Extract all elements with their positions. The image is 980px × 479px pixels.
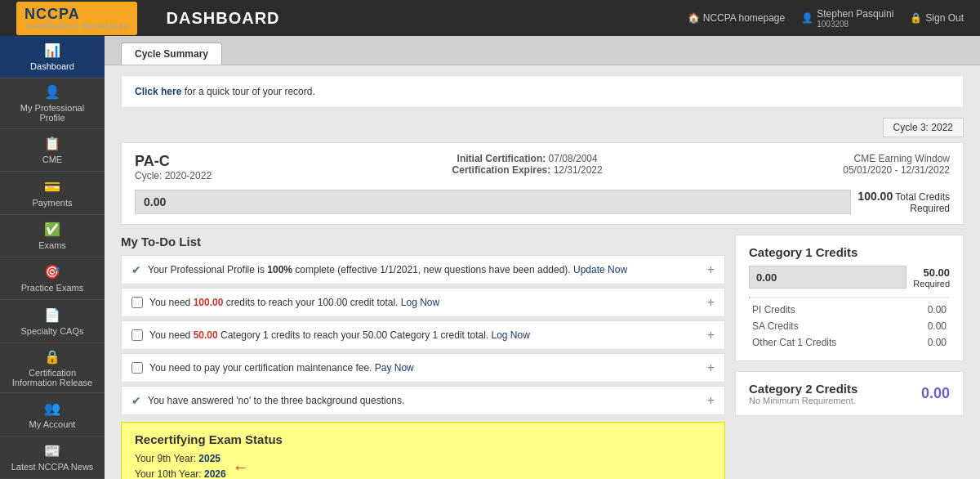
logo-box: NCCPA Certification Excellence (16, 2, 137, 35)
table-row: SA Credits 0.00 (749, 318, 950, 334)
user-link[interactable]: 👤 Stephen Pasquini 1003208 (801, 8, 893, 29)
cme-icon: 📋 (44, 136, 60, 151)
table-row: PI Credits 0.00 (749, 302, 950, 318)
expand-icon-0[interactable]: + (707, 262, 715, 277)
sidebar-item-certification[interactable]: 🔒 Certification Information Release (0, 343, 105, 394)
content-area: Cycle Summary Click here for a quick tou… (105, 36, 980, 479)
pac-info: PA-C Cycle: 2020-2022 (135, 153, 212, 181)
cat1-required: 50.00 Required (913, 266, 950, 289)
account-icon: 👥 (44, 401, 60, 416)
sidebar-item-specialty[interactable]: 📄 Specialty CAQs (0, 300, 105, 342)
pac-title: PA-C (135, 153, 212, 170)
progress-value: 0.00 (144, 195, 166, 208)
homepage-link[interactable]: 🏠 NCCPA homepage (688, 12, 786, 24)
cat1-progress: 0.00 50.00 Required (749, 266, 950, 289)
exam-status-box: Recertifying Exam Status Your 9th Year: … (121, 422, 725, 479)
practice-icon: 🎯 (44, 264, 60, 280)
cat2-value: 0.00 (921, 385, 950, 402)
sidebar-item-account[interactable]: 👥 My Account (0, 393, 105, 436)
top-header: NCCPA Certification Excellence DASHBOARD… (0, 0, 980, 36)
pac-cme-info: CME Earning Window 05/01/2020 - 12/31/20… (843, 153, 950, 176)
cat2-title: Category 2 Credits (749, 382, 858, 396)
specialty-icon: 📄 (44, 307, 60, 323)
progress-total: 100.00 Total Credits Required (858, 190, 950, 214)
cat1-card: Category 1 Credits 0.00 50.00 Required (735, 235, 964, 361)
log-now-link-1[interactable]: Log Now (401, 297, 439, 308)
main-layout: 📊 Dashboard 👤 My Professional Profile 📋 … (0, 36, 980, 479)
log-now-link-2[interactable]: Log Now (492, 329, 530, 341)
certification-icon: 🔒 (44, 349, 60, 365)
exam-year-9: Your 9th Year: 2025 (135, 451, 226, 467)
cat1-table: PI Credits 0.00 SA Credits 0.00 Other Ca… (749, 302, 950, 351)
logo-text: NCCPA (24, 6, 80, 22)
two-col-layout: My To-Do List ✔ Your Professional Profil… (121, 235, 964, 479)
expand-icon-4[interactable]: + (707, 393, 715, 408)
sidebar-item-dashboard[interactable]: 📊 Dashboard (0, 36, 105, 78)
update-now-link[interactable]: Update Now (573, 264, 627, 275)
checkbox-2[interactable] (131, 329, 143, 341)
payments-icon: 💳 (44, 179, 60, 195)
cycle-selector: Cycle 3: 2022 (121, 118, 964, 137)
user-name: Stephen Pasquini 1003208 (817, 8, 893, 29)
user-icon: 👤 (801, 12, 813, 24)
logo: NCCPA Certification Excellence (16, 2, 137, 35)
exams-icon: ✅ (44, 222, 60, 237)
todo-item-2: You need 50.00 Category 1 credits to rea… (121, 320, 725, 350)
content-body: Click here for a quick tour of your reco… (105, 65, 980, 479)
cat2-header: Category 2 Credits No Minimum Requiremen… (749, 382, 950, 405)
sidebar-item-exams[interactable]: ✅ Exams (0, 215, 105, 257)
col-left: My To-Do List ✔ Your Professional Profil… (121, 235, 725, 479)
pac-card-header: PA-C Cycle: 2020-2022 Initial Certificat… (135, 153, 950, 181)
check-icon-0: ✔ (131, 263, 141, 276)
user-id: 1003208 (817, 20, 893, 29)
progress-bar: 0.00 (135, 190, 851, 214)
tab-bar: Cycle Summary (105, 36, 980, 65)
todo-title: My To-Do List (121, 235, 725, 248)
sidebar-item-cme[interactable]: 📋 CME (0, 129, 105, 172)
tab-cycle-summary[interactable]: Cycle Summary (121, 43, 222, 65)
professional-icon: 👤 (44, 84, 60, 100)
cat1-value: 0.00 (756, 271, 777, 284)
table-row: Other Cat 1 Credits 0.00 (749, 334, 950, 351)
signout-icon: 🔒 (910, 12, 922, 24)
cat1-title: Category 1 Credits (749, 245, 950, 259)
todo-item-0: ✔ Your Professional Profile is 100% comp… (121, 255, 725, 284)
cat2-subtitle: No Minimum Requirement. (749, 396, 858, 405)
cat2-card: Category 2 Credits No Minimum Requiremen… (735, 371, 964, 416)
click-here-link[interactable]: Click here (135, 86, 181, 97)
checkbox-3[interactable] (131, 362, 143, 374)
progress-container: 0.00 100.00 Total Credits Required (135, 190, 950, 214)
expand-icon-3[interactable]: + (707, 360, 715, 375)
col-right: Category 1 Credits 0.00 50.00 Required (735, 235, 964, 479)
sidebar-item-practice[interactable]: 🎯 Practice Exams (0, 257, 105, 300)
sidebar-item-payments[interactable]: 💳 Payments (0, 172, 105, 214)
sidebar: 📊 Dashboard 👤 My Professional Profile 📋 … (0, 36, 105, 479)
news-icon: 📰 (44, 443, 60, 459)
check-icon-4: ✔ (131, 394, 141, 407)
top-nav: 🏠 NCCPA homepage 👤 Stephen Pasquini 1003… (688, 8, 964, 29)
todo-item-1: You need 100.00 credits to reach your 10… (121, 288, 725, 317)
arrow-icon: ← (233, 458, 249, 477)
pac-card: PA-C Cycle: 2020-2022 Initial Certificat… (121, 142, 964, 225)
expand-icon-2[interactable]: + (707, 328, 715, 342)
exam-year-10: Your 10th Year: 2026 (135, 467, 226, 479)
cycle-button[interactable]: Cycle 3: 2022 (883, 118, 964, 137)
sidebar-item-professional[interactable]: 👤 My Professional Profile (0, 78, 105, 129)
exam-status-title: Recertifying Exam Status (135, 432, 711, 446)
pac-cert-info: Initial Certification: 07/08/2004 Certif… (452, 153, 603, 176)
cat1-progress-bar: 0.00 (749, 266, 906, 289)
home-icon: 🏠 (688, 12, 700, 24)
pac-cycle: Cycle: 2020-2022 (135, 170, 212, 181)
checkbox-1[interactable] (131, 297, 143, 308)
expand-icon-1[interactable]: + (707, 295, 715, 310)
todo-item-3: You need to pay your certification maint… (121, 353, 725, 383)
signout-link[interactable]: 🔒 Sign Out (910, 12, 964, 24)
dashboard-icon: 📊 (44, 43, 60, 58)
pay-now-link[interactable]: Pay Now (375, 362, 414, 374)
todo-item-4: ✔ You have answered 'no' to the three ba… (121, 386, 725, 415)
click-banner: Click here for a quick tour of your reco… (121, 75, 964, 108)
sidebar-item-news[interactable]: 📰 Latest NCCPA News (0, 436, 105, 479)
logo-tagline: Certification Excellence (26, 23, 129, 30)
page-title: DASHBOARD (167, 9, 280, 28)
